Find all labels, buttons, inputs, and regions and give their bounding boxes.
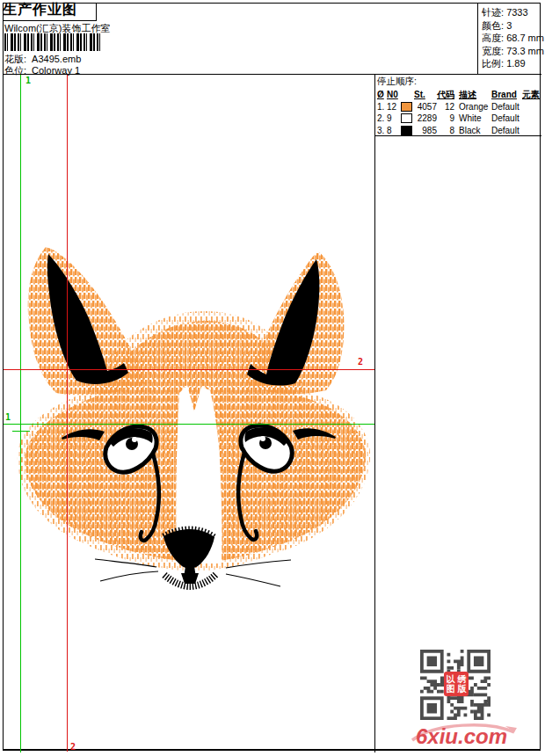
production-worksheet: 生产作业图 Wilcom(汇京)装饰工作室 花版:A3495.emb 色位:Co… — [0, 0, 545, 756]
hoop-guide-vertical-red — [67, 75, 68, 752]
table-header-row: ØN0St.代码描述Brand元素 — [377, 89, 541, 101]
hoop-guide-horizontal-red — [4, 369, 374, 370]
mouth-center — [181, 573, 199, 584]
watermark-text: 6xiu.com — [416, 724, 507, 749]
embroidery-design-fox — [4, 75, 374, 753]
site-watermark: 6xiu.com — [409, 719, 519, 752]
barcode — [4, 33, 101, 51]
stop-sequence-table: 停止顺序: ØN0St.代码描述Brand元素 1.12405712Orange… — [377, 76, 541, 136]
panel-divider — [374, 74, 375, 752]
design-stats-panel: 针迹: 7333 颜色: 3 高度: 68.7 mm 宽度: 73.3 mm 比… — [477, 3, 541, 74]
guide-label-1-left: 1 — [5, 412, 11, 422]
guide-label-1-top: 1 — [25, 76, 31, 85]
table-row: 2.922899WhiteDefault — [377, 113, 541, 125]
highlight-left — [132, 437, 137, 442]
highlight-right — [260, 436, 265, 441]
start-point-tick — [12, 431, 30, 432]
stat-width: 宽度: 73.3 mm — [482, 45, 541, 58]
page-title: 生产作业图 — [3, 1, 77, 19]
color-swatch — [401, 113, 412, 123]
hoop-guide-horizontal-green — [4, 424, 374, 425]
table-row: 3.89858BlackDefault — [377, 125, 541, 137]
red-seal-stamp: 以绣图版 — [444, 672, 469, 696]
guide-label-2-bottom: 2 — [70, 742, 76, 752]
stat-colors: 颜色: 3 — [482, 19, 541, 33]
pattern-value: A3495.emb — [32, 54, 81, 64]
stat-height: 高度: 68.7 mm — [482, 32, 541, 45]
color-swatch — [401, 126, 412, 135]
hoop-guide-vertical-green — [20, 75, 21, 752]
stat-stitches: 针迹: 7333 — [482, 6, 541, 19]
stop-sequence-title: 停止顺序: — [377, 76, 541, 88]
table-row: 1.12405712OrangeDefault — [377, 101, 541, 113]
guide-label-2-right: 2 — [358, 357, 363, 367]
stat-ratio: 比例: 1.89 — [482, 57, 541, 70]
pattern-label: 花版: — [4, 54, 26, 64]
color-swatch — [401, 102, 412, 112]
